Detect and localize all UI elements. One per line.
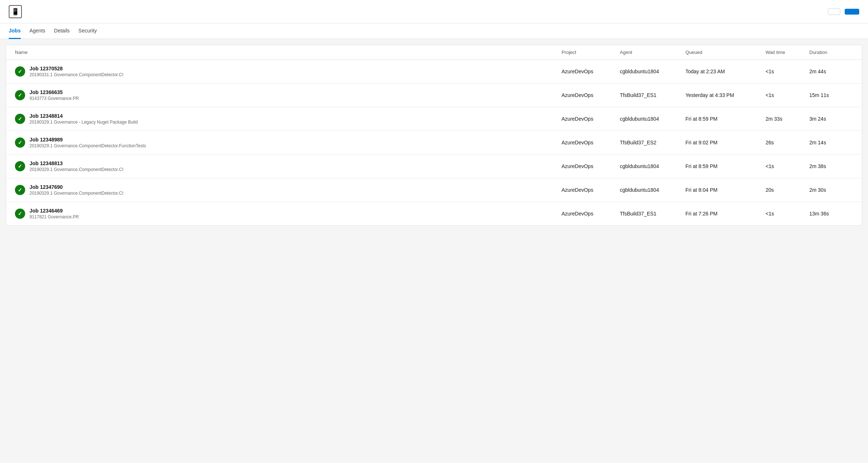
queued-value: Fri at 8:04 PM	[685, 187, 766, 193]
checkmark-icon: ✓	[18, 187, 22, 193]
status-icon-success: ✓	[15, 209, 25, 219]
job-info: Job 12370528 20190331.1 Governance.Compo…	[30, 66, 124, 77]
status-icon-success: ✓	[15, 161, 25, 171]
tab-agents[interactable]: Agents	[30, 23, 46, 39]
agent-value: TfsBuild37_ES1	[620, 211, 685, 217]
job-info: Job 12348814 20190329.1 Governance - Leg…	[30, 113, 138, 125]
job-meta: 20190329.1 Governance.ComponentDetector.…	[30, 143, 146, 148]
duration-value: 2m 14s	[809, 140, 853, 145]
job-meta: 20190329.1 Governance.ComponentDetector.…	[30, 167, 124, 172]
header-actions	[828, 8, 859, 15]
checkmark-icon: ✓	[18, 211, 22, 217]
duration-value: 3m 24s	[809, 116, 853, 122]
job-name: Job 12348814	[30, 113, 138, 119]
status-icon-success: ✓	[15, 66, 25, 77]
job-cell: ✓ Job 12348813 20190329.1 Governance.Com…	[15, 160, 562, 172]
queued-value: Fri at 8:59 PM	[685, 116, 766, 122]
wait-time-value: <1s	[766, 92, 809, 98]
project-value: AzureDevOps	[562, 116, 620, 122]
agent-value: cgbldubuntu1804	[620, 187, 685, 193]
status-icon-success: ✓	[15, 90, 25, 100]
table-row[interactable]: ✓ Job 12370528 20190331.1 Governance.Com…	[6, 60, 862, 83]
wait-time-value: <1s	[766, 69, 809, 74]
table-header: Name Project Agent Queued Wait time Dura…	[6, 45, 862, 60]
job-info: Job 12346469 9117821 Governance.PR	[30, 208, 79, 219]
update-all-agents-button[interactable]	[828, 8, 840, 15]
status-icon-success: ✓	[15, 137, 25, 148]
project-value: AzureDevOps	[562, 211, 620, 217]
project-value: AzureDevOps	[562, 187, 620, 193]
job-cell: ✓ Job 12346469 9117821 Governance.PR	[15, 208, 562, 219]
app-header: 📱	[0, 0, 868, 23]
col-wait-time: Wait time	[766, 50, 809, 55]
job-cell: ✓ Job 12366635 9143773 Governance.PR	[15, 89, 562, 101]
agent-value: cgbldubuntu1804	[620, 69, 685, 74]
queued-value: Fri at 7:26 PM	[685, 211, 766, 217]
job-info: Job 12366635 9143773 Governance.PR	[30, 89, 79, 101]
agent-value: cgbldubuntu1804	[620, 116, 685, 122]
tab-security[interactable]: Security	[78, 23, 97, 39]
checkmark-icon: ✓	[18, 140, 22, 145]
checkmark-icon: ✓	[18, 69, 22, 74]
col-agent: Agent	[620, 50, 685, 55]
wait-time-value: <1s	[766, 211, 809, 217]
agent-value: TfsBuild37_ES1	[620, 92, 685, 98]
job-info: Job 12347690 20190329.1 Governance.Compo…	[30, 184, 124, 196]
nav-tabs: Jobs Agents Details Security	[0, 23, 868, 39]
app-icon-symbol: 📱	[11, 8, 19, 16]
job-cell: ✓ Job 12348814 20190329.1 Governance - L…	[15, 113, 562, 125]
checkmark-icon: ✓	[18, 116, 22, 122]
wait-time-value: 2m 33s	[766, 116, 809, 122]
header-left: 📱	[9, 5, 26, 18]
table-row[interactable]: ✓ Job 12348989 20190329.1 Governance.Com…	[6, 131, 862, 155]
table-row[interactable]: ✓ Job 12348814 20190329.1 Governance - L…	[6, 107, 862, 131]
job-cell: ✓ Job 12370528 20190331.1 Governance.Com…	[15, 66, 562, 77]
job-name: Job 12348989	[30, 137, 146, 143]
job-meta: 20190329.1 Governance.ComponentDetector.…	[30, 191, 124, 196]
table-body: ✓ Job 12370528 20190331.1 Governance.Com…	[6, 60, 862, 225]
table-row[interactable]: ✓ Job 12347690 20190329.1 Governance.Com…	[6, 178, 862, 202]
wait-time-value: 26s	[766, 140, 809, 145]
job-name: Job 12347690	[30, 184, 124, 190]
queued-value: Fri at 9:02 PM	[685, 140, 766, 145]
job-name: Job 12366635	[30, 89, 79, 95]
project-value: AzureDevOps	[562, 140, 620, 145]
tab-jobs[interactable]: Jobs	[9, 23, 21, 39]
status-icon-success: ✓	[15, 114, 25, 124]
duration-value: 2m 30s	[809, 187, 853, 193]
duration-value: 15m 11s	[809, 92, 853, 98]
table-row[interactable]: ✓ Job 12346469 9117821 Governance.PR Azu…	[6, 202, 862, 225]
duration-value: 2m 44s	[809, 69, 853, 74]
col-project: Project	[562, 50, 620, 55]
table-row[interactable]: ✓ Job 12348813 20190329.1 Governance.Com…	[6, 155, 862, 178]
checkmark-icon: ✓	[18, 163, 22, 169]
app-icon: 📱	[9, 5, 22, 18]
job-name: Job 12346469	[30, 208, 79, 214]
job-cell: ✓ Job 12348989 20190329.1 Governance.Com…	[15, 137, 562, 148]
agent-value: cgbldubuntu1804	[620, 163, 685, 169]
job-info: Job 12348813 20190329.1 Governance.Compo…	[30, 160, 124, 172]
job-name: Job 12370528	[30, 66, 124, 71]
duration-value: 2m 38s	[809, 163, 853, 169]
project-value: AzureDevOps	[562, 92, 620, 98]
job-meta: 9117821 Governance.PR	[30, 214, 79, 219]
queued-value: Today at 2:23 AM	[685, 69, 766, 74]
col-queued: Queued	[685, 50, 766, 55]
queued-value: Fri at 8:59 PM	[685, 163, 766, 169]
job-meta: 20190329.1 Governance - Legacy Nuget Pac…	[30, 120, 138, 125]
job-meta: 20190331.1 Governance.ComponentDetector.…	[30, 72, 124, 77]
queued-value: Yesterday at 4:33 PM	[685, 92, 766, 98]
project-value: AzureDevOps	[562, 163, 620, 169]
tab-details[interactable]: Details	[54, 23, 70, 39]
project-value: AzureDevOps	[562, 69, 620, 74]
wait-time-value: <1s	[766, 163, 809, 169]
checkmark-icon: ✓	[18, 92, 22, 98]
wait-time-value: 20s	[766, 187, 809, 193]
col-name: Name	[15, 50, 562, 55]
col-duration: Duration	[809, 50, 853, 55]
job-meta: 9143773 Governance.PR	[30, 96, 79, 101]
table-row[interactable]: ✓ Job 12366635 9143773 Governance.PR Azu…	[6, 83, 862, 107]
duration-value: 13m 36s	[809, 211, 853, 217]
new-agent-button[interactable]	[845, 9, 859, 15]
job-cell: ✓ Job 12347690 20190329.1 Governance.Com…	[15, 184, 562, 196]
